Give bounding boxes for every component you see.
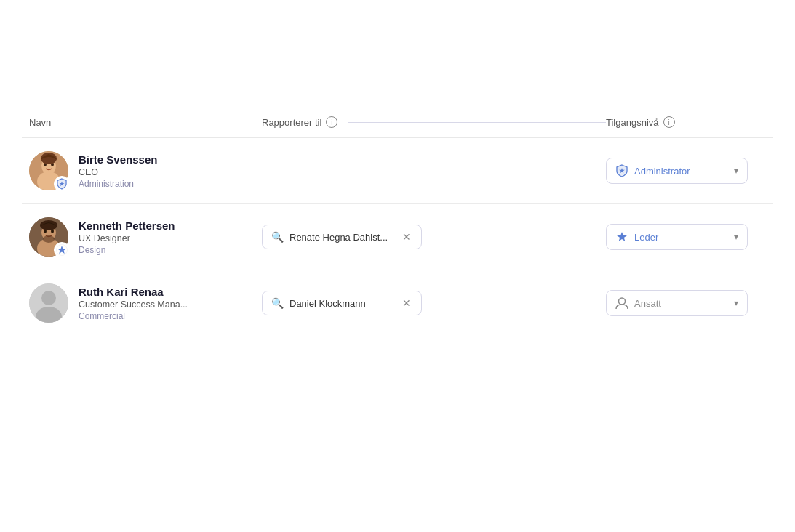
person-icon-ansatt xyxy=(615,297,628,310)
person-name-kenneth: Kenneth Pettersen xyxy=(79,219,175,232)
access-dropdown-kenneth[interactable]: Leder ▾ xyxy=(606,224,748,250)
chevron-down-icon-ruth: ▾ xyxy=(734,298,738,308)
access-label-kenneth: Leder xyxy=(634,232,728,243)
clear-reports-ruth[interactable]: ✕ xyxy=(401,297,412,309)
table-row: Kenneth Pettersen UX Designer Design 🔍 R… xyxy=(22,204,773,270)
table-row: Birte Svenssen CEO Administration Admini… xyxy=(22,138,773,204)
access-info-icon[interactable]: i xyxy=(663,116,675,128)
svg-point-19 xyxy=(41,291,56,305)
shield-star-icon-admin xyxy=(615,164,628,177)
person-dept-kenneth: Design xyxy=(79,245,175,255)
person-title-ruth: Customer Success Mana... xyxy=(79,299,188,310)
person-dept-ruth: Commercial xyxy=(79,311,188,321)
star-icon-kenneth xyxy=(56,244,68,256)
column-header-reports: Rapporterer til i xyxy=(262,116,606,128)
access-cell-birte: Administrator ▾ xyxy=(606,158,766,184)
person-name-ruth: Ruth Kari Renaa xyxy=(79,286,188,298)
person-title-birte: CEO xyxy=(79,167,157,177)
svg-point-13 xyxy=(40,220,57,230)
access-dropdown-ruth[interactable]: Ansatt ▾ xyxy=(606,290,748,316)
chevron-down-icon-birte: ▾ xyxy=(734,166,738,176)
reports-search-chip-kenneth[interactable]: 🔍 Renate Hegna Dahlst... ✕ xyxy=(262,225,422,249)
chevron-down-icon-kenneth: ▾ xyxy=(734,232,738,242)
access-dropdown-birte[interactable]: Administrator ▾ xyxy=(606,158,748,184)
clear-reports-kenneth[interactable]: ✕ xyxy=(401,231,412,243)
svg-point-21 xyxy=(619,298,626,305)
avatar-ruth xyxy=(29,283,68,323)
column-header-access: Tilgangsnivå i xyxy=(606,116,766,128)
access-cell-kenneth: Leder ▾ xyxy=(606,224,766,250)
access-cell-ruth: Ansatt ▾ xyxy=(606,290,766,316)
admin-badge-birte xyxy=(54,176,70,192)
access-label-ruth: Ansatt xyxy=(634,298,728,309)
avatar-birte xyxy=(29,151,68,190)
person-info-kenneth: Kenneth Pettersen UX Designer Design xyxy=(79,219,175,255)
access-label-birte: Administrator xyxy=(634,166,728,177)
avatar-kenneth xyxy=(29,217,68,257)
person-info-birte: Birte Svenssen CEO Administration xyxy=(79,153,157,189)
person-cell-ruth: Ruth Kari Renaa Customer Success Mana...… xyxy=(29,283,262,323)
reports-cell-ruth: 🔍 Daniel Klockmann ✕ xyxy=(262,291,606,315)
star-icon-leder xyxy=(615,230,628,243)
svg-marker-17 xyxy=(617,232,627,241)
person-title-kenneth: UX Designer xyxy=(79,233,175,243)
search-icon-kenneth: 🔍 xyxy=(271,231,284,243)
column-header-name: Navn xyxy=(29,117,262,128)
reports-info-icon[interactable]: i xyxy=(326,116,337,128)
table-header: Navn Rapporterer til i Tilgangsnivå i xyxy=(22,116,773,138)
person-cell-birte: Birte Svenssen CEO Administration xyxy=(29,151,262,190)
person-info-ruth: Ruth Kari Renaa Customer Success Mana...… xyxy=(79,286,188,321)
person-dept-birte: Administration xyxy=(79,179,157,189)
shield-star-icon-birte xyxy=(56,178,68,190)
person-name-birte: Birte Svenssen xyxy=(79,153,157,166)
people-table: Navn Rapporterer til i Tilgangsnivå i xyxy=(0,116,795,336)
avatar-svg-ruth xyxy=(29,283,68,323)
leder-badge-kenneth xyxy=(54,242,70,258)
search-icon-ruth: 🔍 xyxy=(271,297,284,309)
svg-point-14 xyxy=(43,235,55,243)
reports-to-value-ruth: Daniel Klockmann xyxy=(289,298,395,309)
table-row: Ruth Kari Renaa Customer Success Mana...… xyxy=(22,270,773,336)
reports-cell-kenneth: 🔍 Renate Hegna Dahlst... ✕ xyxy=(262,225,606,249)
reports-search-chip-ruth[interactable]: 🔍 Daniel Klockmann ✕ xyxy=(262,291,422,315)
avatar-image-ruth xyxy=(29,283,68,323)
person-cell-kenneth: Kenneth Pettersen UX Designer Design xyxy=(29,217,262,257)
reports-to-value-kenneth: Renate Hegna Dahlst... xyxy=(289,232,395,243)
